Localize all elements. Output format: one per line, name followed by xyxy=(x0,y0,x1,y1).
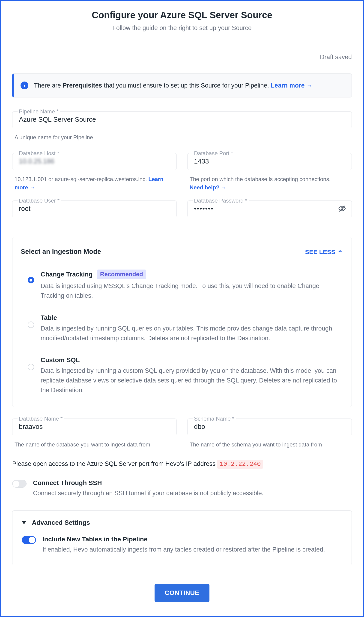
see-less-toggle[interactable]: SEE LESS xyxy=(305,248,344,256)
db-port-helper: The port on which the database is accept… xyxy=(187,175,352,192)
ingestion-option-title: Change Tracking xyxy=(40,271,93,278)
schema-name-label: Schema Name * xyxy=(192,415,236,422)
radio-icon[interactable] xyxy=(28,321,34,328)
db-host-helper: 10.123.1.001 or azure-sql-server-replica… xyxy=(12,175,177,192)
info-icon: i xyxy=(20,82,28,89)
db-password-field: Database Password * xyxy=(187,200,352,217)
db-host-label: Database Host * xyxy=(18,150,61,157)
pipeline-name-label: Pipeline Name * xyxy=(18,108,60,115)
advanced-settings-header[interactable]: Advanced Settings xyxy=(22,519,342,526)
banner-text-bold: Prerequisites xyxy=(63,82,102,89)
ingestion-option-desc: Data is ingested by running a custom SQL… xyxy=(40,366,343,395)
db-password-label: Database Password * xyxy=(192,197,249,204)
caret-down-icon xyxy=(22,521,26,524)
advanced-settings-title: Advanced Settings xyxy=(32,519,90,526)
banner-text-post: that you must ensure to set up this Sour… xyxy=(102,82,271,89)
radio-icon[interactable] xyxy=(28,277,34,283)
db-name-field: Database Name * xyxy=(12,418,177,435)
include-new-tables-toggle[interactable] xyxy=(22,536,36,544)
eye-slash-icon[interactable] xyxy=(338,205,346,214)
ingestion-mode-panel: Select an Ingestion Mode SEE LESS Change… xyxy=(12,237,352,407)
ip-access-notice: Please open access to the Azure SQL Serv… xyxy=(12,460,352,468)
db-user-input[interactable] xyxy=(19,205,170,213)
db-port-input[interactable] xyxy=(194,157,345,165)
advanced-settings-panel: Advanced Settings Include New Tables in … xyxy=(12,510,352,565)
pipeline-name-helper: A unique name for your Pipeline xyxy=(12,133,352,142)
db-user-field: Database User * xyxy=(12,200,177,217)
ip-address-chip: 10.2.22.240 xyxy=(217,460,263,469)
continue-button[interactable]: CONTINUE xyxy=(154,584,210,602)
recommended-badge: Recommended xyxy=(97,270,146,279)
banner-learn-more-link[interactable]: Learn more xyxy=(271,82,313,89)
db-name-helper: The name of the database you want to ing… xyxy=(12,441,177,449)
db-host-input[interactable] xyxy=(19,157,170,165)
db-port-field: Database Port * xyxy=(187,153,352,170)
include-new-tables-row: Include New Tables in the Pipeline If en… xyxy=(22,536,342,554)
ingestion-option-change-tracking[interactable]: Change Tracking Recommended Data is inge… xyxy=(21,270,343,301)
db-name-input[interactable] xyxy=(19,423,170,431)
ingestion-panel-title: Select an Ingestion Mode xyxy=(21,248,101,256)
ssh-toggle[interactable] xyxy=(12,480,26,488)
schema-name-input[interactable] xyxy=(194,423,345,431)
banner-text-pre: There are xyxy=(34,82,63,89)
ingestion-option-desc: Data is ingested using MSSQL's Change Tr… xyxy=(40,281,343,301)
schema-name-field: Schema Name * xyxy=(187,418,352,435)
db-port-label: Database Port * xyxy=(192,150,234,157)
banner-text: There are Prerequisites that you must en… xyxy=(34,82,312,89)
db-user-label: Database User * xyxy=(18,197,61,204)
ingestion-option-custom-sql[interactable]: Custom SQL Data is ingested by running a… xyxy=(21,356,343,395)
schema-name-helper: The name of the schema you want to inges… xyxy=(187,441,352,449)
ingestion-option-desc: Data is ingested by running SQL queries … xyxy=(40,324,343,343)
include-new-tables-title: Include New Tables in the Pipeline xyxy=(42,536,342,543)
page-subtitle: Follow the guide on the right to set up … xyxy=(12,25,352,32)
db-password-input[interactable] xyxy=(194,205,345,213)
ingestion-option-table[interactable]: Table Data is ingested by running SQL qu… xyxy=(21,314,343,343)
pipeline-name-input[interactable] xyxy=(19,116,345,123)
draft-status: Draft saved xyxy=(12,54,352,61)
db-host-helper-text: 10.123.1.001 or azure-sql-server-replica… xyxy=(14,176,148,182)
include-new-tables-desc: If enabled, Hevo automatically ingests f… xyxy=(42,545,342,554)
ssh-toggle-row: Connect Through SSH Connect securely thr… xyxy=(12,479,352,498)
prerequisites-banner: i There are Prerequisites that you must … xyxy=(12,73,352,97)
db-port-helper-text: The port on which the database is accept… xyxy=(190,176,330,182)
db-name-label: Database Name * xyxy=(18,415,64,422)
ingestion-option-title: Custom SQL xyxy=(40,356,80,364)
ssh-toggle-desc: Connect securely through an SSH tunnel i… xyxy=(33,489,352,498)
db-port-need-help-link[interactable]: Need help? xyxy=(190,184,226,190)
radio-icon[interactable] xyxy=(28,364,34,370)
ssh-toggle-title: Connect Through SSH xyxy=(33,479,352,487)
db-host-field: Database Host * xyxy=(12,153,177,170)
pipeline-name-field: Pipeline Name * xyxy=(12,111,352,128)
ingestion-option-title: Table xyxy=(40,314,57,321)
page-title: Configure your Azure SQL Server Source xyxy=(12,10,352,20)
ip-notice-text: Please open access to the Azure SQL Serv… xyxy=(12,460,217,467)
